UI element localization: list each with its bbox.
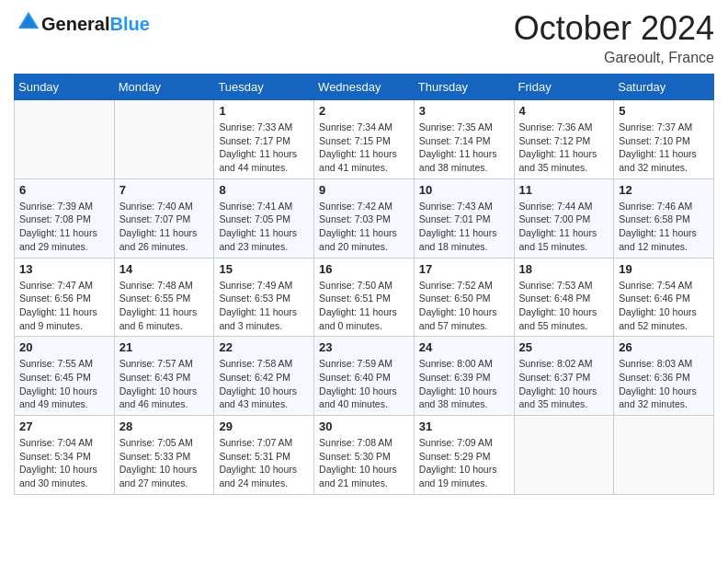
day-number: 1 <box>219 104 309 118</box>
calendar-cell: 20Sunrise: 7:55 AMSunset: 6:45 PMDayligh… <box>15 337 115 416</box>
day-header-wednesday: Wednesday <box>314 75 415 100</box>
day-info: Sunrise: 7:55 AMSunset: 6:45 PMDaylight:… <box>19 357 109 411</box>
day-number: 21 <box>119 340 210 354</box>
day-info: Sunrise: 7:34 AMSunset: 7:15 PMDaylight:… <box>319 121 409 175</box>
day-number: 8 <box>219 183 309 197</box>
day-number: 12 <box>619 183 709 197</box>
day-info: Sunrise: 7:09 AMSunset: 5:29 PMDaylight:… <box>419 436 509 490</box>
calendar-cell: 28Sunrise: 7:05 AMSunset: 5:33 PMDayligh… <box>114 416 214 495</box>
day-number: 20 <box>19 340 109 354</box>
day-info: Sunrise: 7:05 AMSunset: 5:33 PMDaylight:… <box>119 436 210 490</box>
day-number: 6 <box>19 183 109 197</box>
calendar-cell: 27Sunrise: 7:04 AMSunset: 5:34 PMDayligh… <box>15 416 115 495</box>
day-info: Sunrise: 7:41 AMSunset: 7:05 PMDaylight:… <box>219 200 309 254</box>
day-info: Sunrise: 7:48 AMSunset: 6:55 PMDaylight:… <box>119 279 210 333</box>
calendar-cell: 18Sunrise: 7:53 AMSunset: 6:48 PMDayligh… <box>514 258 614 337</box>
day-info: Sunrise: 7:46 AMSunset: 6:58 PMDaylight:… <box>619 200 709 254</box>
calendar-cell: 15Sunrise: 7:49 AMSunset: 6:53 PMDayligh… <box>214 258 314 337</box>
calendar-cell: 19Sunrise: 7:54 AMSunset: 6:46 PMDayligh… <box>614 258 714 337</box>
day-number: 15 <box>219 262 309 276</box>
day-info: Sunrise: 8:03 AMSunset: 6:36 PMDaylight:… <box>619 357 709 411</box>
day-number: 24 <box>419 340 509 354</box>
day-info: Sunrise: 7:36 AMSunset: 7:12 PMDaylight:… <box>519 121 609 175</box>
calendar-cell: 14Sunrise: 7:48 AMSunset: 6:55 PMDayligh… <box>114 258 214 337</box>
day-info: Sunrise: 7:54 AMSunset: 6:46 PMDaylight:… <box>619 279 709 333</box>
calendar-cell <box>514 416 614 495</box>
day-info: Sunrise: 7:40 AMSunset: 7:07 PMDaylight:… <box>119 200 210 254</box>
calendar-cell: 1Sunrise: 7:33 AMSunset: 7:17 PMDaylight… <box>214 100 314 179</box>
calendar-cell: 6Sunrise: 7:39 AMSunset: 7:08 PMDaylight… <box>15 178 115 258</box>
day-number: 27 <box>19 419 109 433</box>
logo-general: General <box>41 14 109 34</box>
day-info: Sunrise: 7:35 AMSunset: 7:14 PMDaylight:… <box>419 121 509 175</box>
page-header: GeneralBlue October 2024 Gareoult, Franc… <box>14 9 714 66</box>
day-number: 30 <box>319 419 409 433</box>
day-header-saturday: Saturday <box>614 75 714 100</box>
calendar-cell: 12Sunrise: 7:46 AMSunset: 6:58 PMDayligh… <box>614 178 714 258</box>
day-info: Sunrise: 7:37 AMSunset: 7:10 PMDaylight:… <box>619 121 709 175</box>
calendar-cell <box>614 416 714 495</box>
calendar-cell: 7Sunrise: 7:40 AMSunset: 7:07 PMDaylight… <box>114 178 214 258</box>
day-number: 10 <box>419 183 509 197</box>
day-info: Sunrise: 7:39 AMSunset: 7:08 PMDaylight:… <box>19 200 109 254</box>
day-info: Sunrise: 7:08 AMSunset: 5:30 PMDaylight:… <box>319 436 409 490</box>
day-number: 19 <box>619 262 709 276</box>
calendar-cell: 30Sunrise: 7:08 AMSunset: 5:30 PMDayligh… <box>314 416 415 495</box>
day-number: 4 <box>519 104 609 118</box>
day-number: 13 <box>19 262 109 276</box>
calendar-cell: 4Sunrise: 7:36 AMSunset: 7:12 PMDaylight… <box>514 100 614 179</box>
calendar-cell: 11Sunrise: 7:44 AMSunset: 7:00 PMDayligh… <box>514 178 614 258</box>
logo: GeneralBlue <box>14 9 150 39</box>
day-number: 2 <box>319 104 409 118</box>
calendar-cell: 21Sunrise: 7:57 AMSunset: 6:43 PMDayligh… <box>114 337 214 416</box>
day-header-friday: Friday <box>514 75 614 100</box>
day-header-monday: Monday <box>114 75 214 100</box>
day-info: Sunrise: 7:58 AMSunset: 6:42 PMDaylight:… <box>219 357 309 411</box>
calendar-week-row: 27Sunrise: 7:04 AMSunset: 5:34 PMDayligh… <box>15 416 714 495</box>
calendar-cell: 3Sunrise: 7:35 AMSunset: 7:14 PMDaylight… <box>414 100 514 179</box>
day-info: Sunrise: 7:50 AMSunset: 6:51 PMDaylight:… <box>319 279 409 333</box>
day-info: Sunrise: 7:07 AMSunset: 5:31 PMDaylight:… <box>219 436 309 490</box>
day-info: Sunrise: 7:52 AMSunset: 6:50 PMDaylight:… <box>419 279 509 333</box>
day-number: 23 <box>319 340 409 354</box>
day-info: Sunrise: 7:57 AMSunset: 6:43 PMDaylight:… <box>119 357 210 411</box>
logo-icon <box>16 9 41 35</box>
day-header-thursday: Thursday <box>414 75 514 100</box>
day-info: Sunrise: 7:04 AMSunset: 5:34 PMDaylight:… <box>19 436 109 490</box>
day-info: Sunrise: 7:47 AMSunset: 6:56 PMDaylight:… <box>19 279 109 333</box>
calendar-cell: 2Sunrise: 7:34 AMSunset: 7:15 PMDaylight… <box>314 100 415 179</box>
calendar-week-row: 20Sunrise: 7:55 AMSunset: 6:45 PMDayligh… <box>15 337 714 416</box>
day-number: 25 <box>519 340 609 354</box>
calendar-cell: 25Sunrise: 8:02 AMSunset: 6:37 PMDayligh… <box>514 337 614 416</box>
calendar-cell: 31Sunrise: 7:09 AMSunset: 5:29 PMDayligh… <box>414 416 514 495</box>
day-info: Sunrise: 7:43 AMSunset: 7:01 PMDaylight:… <box>419 200 509 254</box>
calendar-cell: 16Sunrise: 7:50 AMSunset: 6:51 PMDayligh… <box>314 258 415 337</box>
day-info: Sunrise: 8:02 AMSunset: 6:37 PMDaylight:… <box>519 357 609 411</box>
calendar-cell <box>15 100 115 179</box>
calendar-table: SundayMondayTuesdayWednesdayThursdayFrid… <box>14 74 714 495</box>
calendar-header-row: SundayMondayTuesdayWednesdayThursdayFrid… <box>15 75 714 100</box>
calendar-cell: 22Sunrise: 7:58 AMSunset: 6:42 PMDayligh… <box>214 337 314 416</box>
day-number: 11 <box>519 183 609 197</box>
day-number: 29 <box>219 419 309 433</box>
day-number: 3 <box>419 104 509 118</box>
day-number: 9 <box>319 183 409 197</box>
month-title: October 2024 <box>514 9 714 48</box>
logo-blue: Blue <box>109 14 149 34</box>
day-info: Sunrise: 8:00 AMSunset: 6:39 PMDaylight:… <box>419 357 509 411</box>
calendar-cell: 24Sunrise: 8:00 AMSunset: 6:39 PMDayligh… <box>414 337 514 416</box>
location: Gareoult, France <box>514 50 714 66</box>
calendar-week-row: 6Sunrise: 7:39 AMSunset: 7:08 PMDaylight… <box>15 178 714 258</box>
day-header-sunday: Sunday <box>15 75 115 100</box>
day-info: Sunrise: 7:59 AMSunset: 6:40 PMDaylight:… <box>319 357 409 411</box>
calendar-cell: 17Sunrise: 7:52 AMSunset: 6:50 PMDayligh… <box>414 258 514 337</box>
day-number: 26 <box>619 340 709 354</box>
day-number: 31 <box>419 419 509 433</box>
calendar-cell: 8Sunrise: 7:41 AMSunset: 7:05 PMDaylight… <box>214 178 314 258</box>
calendar-cell: 9Sunrise: 7:42 AMSunset: 7:03 PMDaylight… <box>314 178 415 258</box>
calendar-cell: 10Sunrise: 7:43 AMSunset: 7:01 PMDayligh… <box>414 178 514 258</box>
calendar-cell: 5Sunrise: 7:37 AMSunset: 7:10 PMDaylight… <box>614 100 714 179</box>
title-section: October 2024 Gareoult, France <box>514 9 714 66</box>
day-info: Sunrise: 7:53 AMSunset: 6:48 PMDaylight:… <box>519 279 609 333</box>
day-header-tuesday: Tuesday <box>214 75 314 100</box>
